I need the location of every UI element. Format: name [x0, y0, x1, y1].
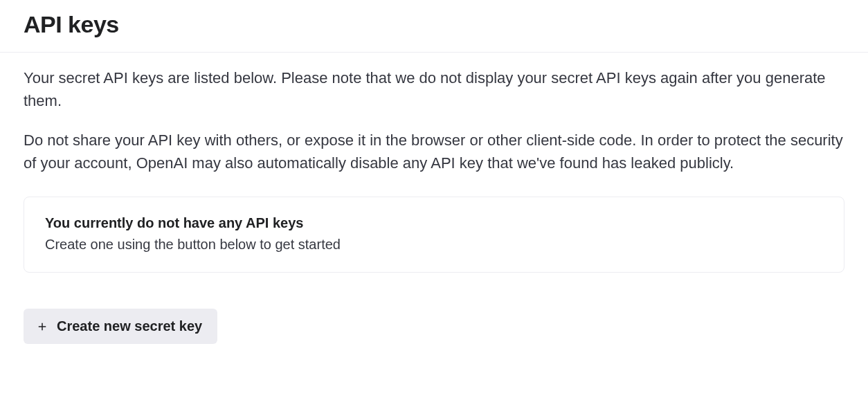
empty-state-subtitle: Create one using the button below to get… — [45, 237, 823, 253]
description-text-1: Your secret API keys are listed below. P… — [24, 66, 844, 112]
empty-state-title: You currently do not have any API keys — [45, 215, 823, 231]
page-header: API keys — [0, 0, 868, 53]
empty-state-panel: You currently do not have any API keys C… — [24, 197, 844, 273]
create-button-label: Create new secret key — [57, 318, 202, 334]
description-text-2: Do not share your API key with others, o… — [24, 129, 844, 174]
page-title: API keys — [24, 11, 844, 38]
page-content: Your secret API keys are listed below. P… — [0, 53, 868, 367]
create-secret-key-button[interactable]: Create new secret key — [24, 309, 217, 344]
plus-icon — [36, 320, 48, 333]
